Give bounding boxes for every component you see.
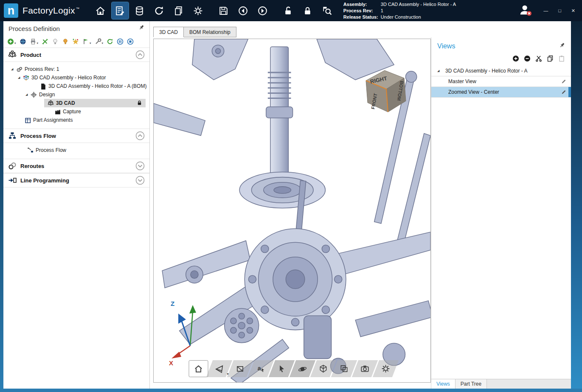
stop-icon[interactable] — [127, 38, 134, 45]
documents-button[interactable] — [170, 2, 187, 19]
views-panel-title: Views — [437, 42, 455, 50]
orbit-button[interactable] — [293, 360, 312, 377]
process-flow-tree: Process Flow — [3, 143, 149, 159]
annotate-button[interactable]: a — [251, 360, 271, 377]
add-view-icon[interactable] — [512, 55, 519, 62]
publish-icon[interactable]: ▾ — [82, 38, 91, 45]
home-button[interactable] — [92, 2, 109, 19]
copy-icon[interactable] — [547, 55, 554, 62]
section-line-programming[interactable]: Line Programming — [3, 173, 149, 188]
app-logo-icon: n — [4, 3, 18, 18]
maximize-button[interactable]: □ — [558, 8, 561, 14]
isometric-button[interactable] — [314, 360, 333, 377]
tree-item-process-flow[interactable]: Process Flow — [3, 146, 149, 154]
select-button[interactable] — [272, 360, 292, 377]
expander-icon[interactable]: ◢ — [11, 67, 16, 71]
tools-icon[interactable]: ▾ — [95, 38, 104, 45]
svg-text:a: a — [258, 365, 261, 372]
user-logout-button[interactable] — [519, 3, 532, 18]
section-reroutes[interactable]: Reroutes — [3, 159, 149, 173]
pin-icon[interactable] — [559, 42, 565, 50]
lock-button[interactable] — [299, 2, 316, 19]
back-button[interactable] — [235, 2, 252, 19]
documents-icon — [173, 6, 184, 16]
expander-icon[interactable]: ◢ — [437, 69, 442, 73]
snapshot-button[interactable] — [355, 360, 375, 377]
award-icon[interactable] — [62, 38, 69, 45]
cut-icon[interactable] — [535, 55, 542, 62]
tree-item-assembly[interactable]: ◢ 3D CAD Assembly - Helico Rotor — [3, 73, 149, 82]
tab-3d-cad[interactable]: 3D CAD — [153, 27, 184, 37]
globe-icon[interactable] — [20, 38, 26, 45]
unlock-button[interactable] — [280, 2, 297, 19]
process-definition-button[interactable] — [112, 2, 129, 19]
lightbulb-icon[interactable] — [52, 38, 59, 45]
pause-icon[interactable] — [117, 38, 124, 45]
view-item-master[interactable]: Master View — [431, 76, 571, 87]
design-icon — [31, 92, 37, 98]
material-logistics-button[interactable] — [131, 2, 148, 19]
pin-icon[interactable] — [138, 25, 144, 32]
locked-icon — [137, 100, 142, 106]
home-view-button[interactable] — [189, 360, 208, 377]
search-audit-button[interactable] — [319, 2, 336, 19]
x-axis-label: X — [169, 359, 173, 366]
transfer-icon[interactable] — [42, 38, 48, 45]
sync-button[interactable] — [151, 2, 168, 19]
collapse-product-button[interactable] — [135, 50, 145, 59]
add-icon[interactable]: ▾ — [7, 38, 16, 45]
close-button[interactable]: ✕ — [571, 8, 575, 14]
tree-item-label: 3D CAD Assembly - Helico Rotor — [31, 75, 106, 81]
reroutes-icon — [8, 162, 17, 170]
expander-icon[interactable]: ◢ — [25, 93, 31, 96]
settings-button[interactable] — [190, 2, 207, 19]
viewer-settings-button[interactable] — [376, 360, 396, 377]
view-label: Master View — [448, 78, 476, 84]
camera-icon — [360, 364, 370, 373]
expand-line-programming-button[interactable] — [135, 176, 145, 185]
viewer-toolbar: ▾ a — [189, 360, 396, 377]
save-button[interactable] — [215, 2, 232, 19]
tree-item-design[interactable]: ◢ Design — [3, 90, 149, 99]
expand-reroutes-button[interactable] — [135, 161, 145, 171]
visibility-button[interactable]: ▾ — [210, 360, 229, 377]
orientation-cube[interactable]: RIGHT BOTTOM FRONT — [357, 64, 412, 115]
collapse-process-flow-button[interactable] — [135, 131, 145, 140]
tree-item-part-assignments[interactable]: Part Assignments — [3, 116, 149, 124]
viewer-gear-icon — [381, 364, 391, 373]
section-plane-button[interactable] — [231, 360, 250, 377]
projection-button[interactable] — [335, 360, 354, 377]
forward-icon — [257, 6, 268, 16]
tabstrip-filler — [487, 379, 571, 389]
expander-icon[interactable]: ◢ — [18, 76, 23, 79]
cad-viewport[interactable]: RIGHT BOTTOM FRONT Z X ▾ a — [153, 39, 431, 383]
tree-item-bom[interactable]: 3D CAD Assembly - Helico Rotor - A (BOM) — [3, 82, 149, 90]
views-root-label: 3D CAD Assembly - Helico Rotor - A — [445, 68, 527, 74]
isometric-cube-icon — [319, 364, 328, 373]
effects-icon[interactable] — [72, 38, 79, 45]
tab-bom-relationship[interactable]: BOM Relationship — [184, 27, 236, 37]
tree-item-capture[interactable]: Capture — [3, 107, 149, 116]
minimize-button[interactable]: — — [543, 8, 548, 14]
visibility-icon — [215, 364, 224, 373]
axis-triad: Z X — [168, 298, 211, 366]
tree-item-3d-cad[interactable]: 3D CAD — [3, 99, 149, 107]
tab-views[interactable]: Views — [431, 379, 455, 389]
assembly-info: Assembly:3D CAD Assembly - Helico Rotor … — [343, 1, 456, 20]
tree-item-label: 3D CAD Assembly - Helico Rotor - A (BOM) — [48, 83, 146, 89]
paste-icon[interactable] — [558, 55, 565, 62]
views-toolbar — [431, 50, 571, 65]
remove-view-icon[interactable] — [524, 55, 531, 62]
view-item-zoomed-center[interactable]: Zoomed View - Center — [431, 87, 571, 98]
back-icon — [238, 6, 248, 16]
forward-button[interactable] — [254, 2, 271, 19]
edit-view-icon[interactable] — [561, 78, 567, 84]
tree-item-process-rev[interactable]: ◢ Process Rev: 1 — [3, 65, 149, 73]
section-product[interactable]: Product — [3, 48, 149, 62]
print-icon[interactable]: ▾ — [30, 38, 39, 45]
edit-view-icon[interactable] — [561, 89, 567, 95]
tab-part-tree[interactable]: Part Tree — [455, 379, 487, 389]
views-tree-root[interactable]: ◢ 3D CAD Assembly - Helico Rotor - A — [431, 65, 571, 76]
section-process-flow[interactable]: Process Flow — [3, 129, 149, 143]
refresh-icon[interactable] — [107, 38, 113, 45]
